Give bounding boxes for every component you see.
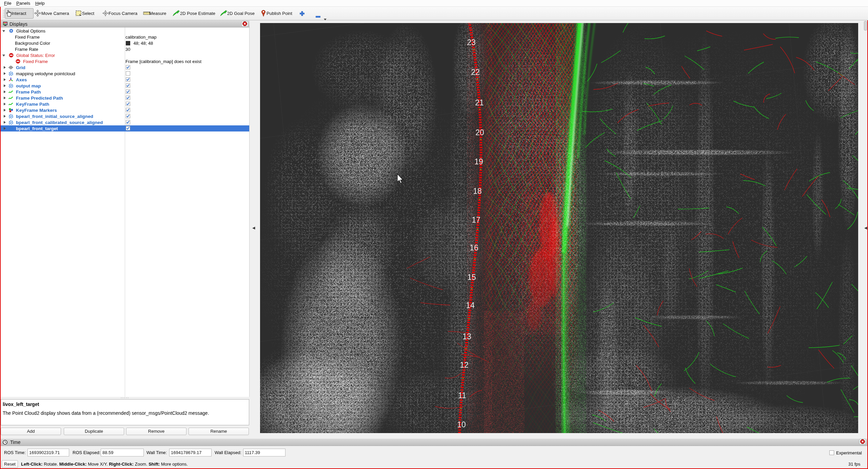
svg-text:23: 23 bbox=[467, 38, 476, 47]
svg-text:20: 20 bbox=[475, 128, 484, 137]
svg-text:12: 12 bbox=[460, 361, 469, 369]
svg-text:21: 21 bbox=[475, 98, 484, 107]
svg-text:19: 19 bbox=[474, 157, 483, 166]
svg-text:17: 17 bbox=[472, 216, 480, 224]
svg-text:15: 15 bbox=[467, 273, 476, 282]
svg-text:13: 13 bbox=[462, 332, 471, 341]
svg-text:18: 18 bbox=[473, 187, 482, 196]
svg-text:10: 10 bbox=[457, 420, 466, 429]
svg-text:14: 14 bbox=[466, 301, 475, 310]
svg-text:22: 22 bbox=[471, 68, 480, 77]
svg-text:11: 11 bbox=[458, 391, 466, 400]
svg-text:16: 16 bbox=[470, 243, 478, 252]
